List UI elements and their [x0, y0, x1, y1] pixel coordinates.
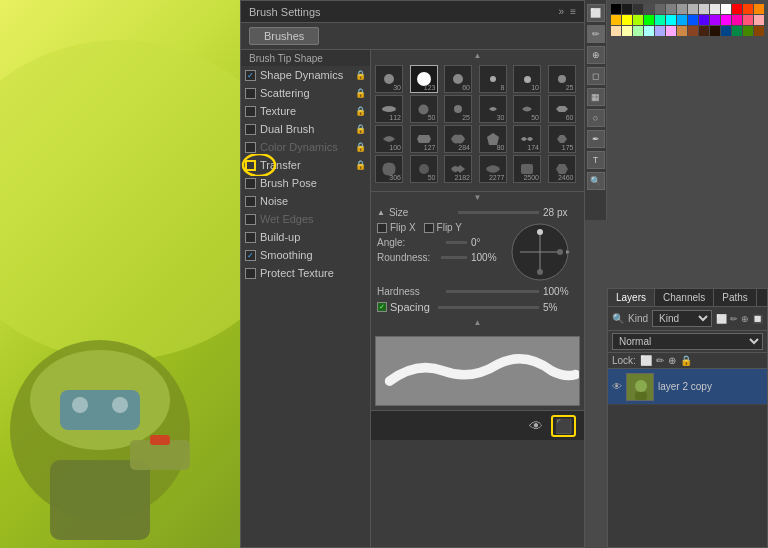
brush-tip-60-1[interactable]: 60	[444, 65, 472, 93]
checkbox-shape-dynamics[interactable]	[245, 70, 256, 81]
checkbox-wet-edges[interactable]	[245, 214, 256, 225]
roundness-slider[interactable]	[441, 256, 467, 259]
brush-tip-25-2[interactable]: 25	[444, 95, 472, 123]
color-swatch-38[interactable]	[721, 26, 731, 36]
color-swatch-39[interactable]	[732, 26, 742, 36]
color-swatch-16[interactable]	[633, 15, 643, 25]
text-tool-icon[interactable]: T	[587, 151, 605, 169]
color-swatch-27[interactable]	[754, 15, 764, 25]
brush-tip-30-2[interactable]: 30	[479, 95, 507, 123]
blend-mode-dropdown[interactable]: Normal	[612, 333, 763, 350]
tab-paths[interactable]: Paths	[714, 289, 757, 306]
color-swatch-2[interactable]	[633, 4, 643, 14]
option-color-dynamics[interactable]: Color Dynamics 🔒	[241, 138, 370, 156]
color-swatch-15[interactable]	[622, 15, 632, 25]
layer-icon-4[interactable]: 🔲	[752, 314, 763, 324]
eraser-tool-icon[interactable]: ◻	[587, 67, 605, 85]
option-dual-brush[interactable]: Dual Brush 🔒	[241, 120, 370, 138]
color-swatch-9[interactable]	[710, 4, 720, 14]
checkbox-color-dynamics[interactable]	[245, 142, 256, 153]
checkbox-transfer[interactable]	[245, 160, 256, 171]
color-swatch-33[interactable]	[666, 26, 676, 36]
brush-tip-306[interactable]: 306	[375, 155, 403, 183]
color-swatch-23[interactable]	[710, 15, 720, 25]
option-scattering[interactable]: Scattering 🔒	[241, 84, 370, 102]
spacing-checkbox[interactable]: Spacing	[377, 301, 430, 313]
layer-icon-3[interactable]: ⊕	[741, 314, 749, 324]
brush-tip-25-1[interactable]: 25	[548, 65, 576, 93]
color-swatch-5[interactable]	[666, 4, 676, 14]
color-swatch-40[interactable]	[743, 26, 753, 36]
angle-slider[interactable]	[446, 241, 467, 244]
option-shape-dynamics[interactable]: Shape Dynamics 🔒	[241, 66, 370, 84]
brush-tip-127[interactable]: 127	[410, 125, 438, 153]
spacing-cb[interactable]	[377, 302, 387, 312]
color-swatch-30[interactable]	[633, 26, 643, 36]
angle-circle-container[interactable]	[510, 222, 570, 282]
checkbox-brush-pose[interactable]	[245, 178, 256, 189]
color-swatch-31[interactable]	[644, 26, 654, 36]
color-swatch-17[interactable]	[644, 15, 654, 25]
tab-layers[interactable]: Layers	[608, 289, 655, 306]
brush-tip-100[interactable]: 100	[375, 125, 403, 153]
color-swatch-35[interactable]	[688, 26, 698, 36]
color-swatch-14[interactable]	[611, 15, 621, 25]
brush-tip-10[interactable]: 10	[513, 65, 541, 93]
color-swatch-36[interactable]	[699, 26, 709, 36]
flip-y-cb[interactable]	[424, 223, 434, 233]
brush-tip-123[interactable]: 123	[410, 65, 438, 93]
color-swatch-18[interactable]	[655, 15, 665, 25]
brush-tip-50-2[interactable]: 50	[513, 95, 541, 123]
size-up-btn[interactable]: ▲	[377, 208, 385, 217]
color-swatch-20[interactable]	[677, 15, 687, 25]
option-smoothing[interactable]: Smoothing	[241, 246, 370, 264]
checkbox-noise[interactable]	[245, 196, 256, 207]
brush-tip-50-3[interactable]: 50	[410, 155, 438, 183]
color-swatch-28[interactable]	[611, 26, 621, 36]
option-wet-edges[interactable]: Wet Edges	[241, 210, 370, 228]
option-brush-pose[interactable]: Brush Pose	[241, 174, 370, 192]
color-swatch-12[interactable]	[743, 4, 753, 14]
checkbox-protect-texture[interactable]	[245, 268, 256, 279]
zoom-tool-icon[interactable]: 🔍	[587, 172, 605, 190]
new-brush-icon[interactable]: ⬛	[551, 415, 576, 437]
color-swatch-8[interactable]	[699, 4, 709, 14]
color-swatch-32[interactable]	[655, 26, 665, 36]
checkbox-scattering[interactable]	[245, 88, 256, 99]
flip-x-checkbox[interactable]: Flip X	[377, 222, 416, 233]
scroll-up-arrow[interactable]: ▲	[371, 50, 584, 61]
brush-tip-8[interactable]: 8	[479, 65, 507, 93]
color-swatch-34[interactable]	[677, 26, 687, 36]
spacing-slider[interactable]	[438, 306, 539, 309]
brush-tip-2182[interactable]: 2182	[444, 155, 472, 183]
pen-tool-icon[interactable]: ✒	[587, 130, 605, 148]
brush-tip-284[interactable]: 284	[444, 125, 472, 153]
color-swatch-1[interactable]	[622, 4, 632, 14]
option-build-up[interactable]: Build-up	[241, 228, 370, 246]
color-swatch-21[interactable]	[688, 15, 698, 25]
layer-visibility-icon[interactable]: 👁	[612, 381, 622, 392]
color-swatch-41[interactable]	[754, 26, 764, 36]
checkbox-smoothing[interactable]	[245, 250, 256, 261]
lock-icon-3[interactable]: ⊕	[668, 355, 676, 366]
checkbox-dual-brush[interactable]	[245, 124, 256, 135]
brush-tip-60-2[interactable]: 60	[548, 95, 576, 123]
color-swatch-3[interactable]	[644, 4, 654, 14]
brush-tip-2277[interactable]: 2277	[479, 155, 507, 183]
layer-item-layer2copy[interactable]: 👁 layer 2 copy	[608, 369, 767, 405]
brush-tip-174[interactable]: 174	[513, 125, 541, 153]
brush-tip-2460[interactable]: 2460	[548, 155, 576, 183]
option-protect-texture[interactable]: Protect Texture	[241, 264, 370, 282]
brush-tip-80[interactable]: 80	[479, 125, 507, 153]
expand-icon[interactable]: »	[559, 6, 565, 17]
color-swatch-10[interactable]	[721, 4, 731, 14]
tab-channels[interactable]: Channels	[655, 289, 714, 306]
menu-icon[interactable]: ≡	[570, 6, 576, 17]
brushes-button[interactable]: Brushes	[249, 27, 319, 45]
color-swatch-26[interactable]	[743, 15, 753, 25]
brush-tip-175[interactable]: 175	[548, 125, 576, 153]
gradient-tool-icon[interactable]: ▦	[587, 88, 605, 106]
clone-tool-icon[interactable]: ⊕	[587, 46, 605, 64]
color-swatch-29[interactable]	[622, 26, 632, 36]
layer-icon-1[interactable]: ⬜	[716, 314, 727, 324]
